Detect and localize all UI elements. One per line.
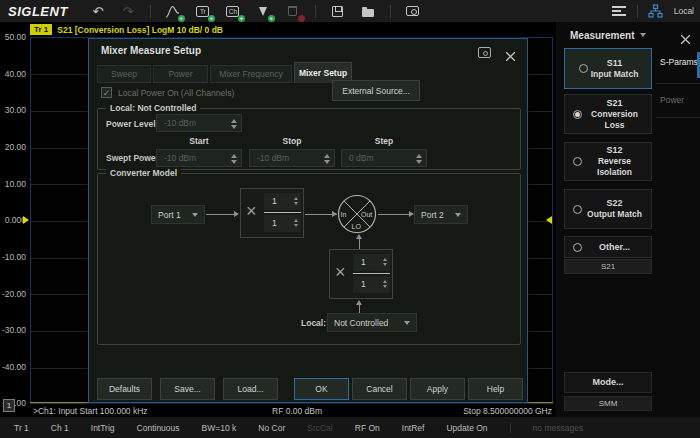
save-button[interactable] — [330, 4, 346, 19]
y-axis-tick: 10.00 — [0, 179, 26, 189]
radio-checked-icon[interactable] — [573, 110, 582, 119]
dialog-close-button[interactable] — [506, 47, 515, 65]
channel-status-bar: >Ch1: Input Start 100.000 kHz RF 0.00 dB… — [0, 403, 556, 417]
radio-icon[interactable] — [579, 64, 588, 73]
new-trace-button[interactable]: Tr + — [195, 4, 211, 19]
local-power-checkbox[interactable]: ✓ — [101, 87, 112, 98]
mixer-out-label: Out — [361, 211, 372, 218]
undo-button[interactable]: ↶ — [90, 4, 106, 19]
radio-icon[interactable] — [573, 205, 582, 214]
help-button[interactable]: Help — [468, 378, 523, 400]
new-channel-button[interactable]: Ch + — [225, 4, 241, 19]
vna-application: SIGLENT ↶ ↷ + Tr + Ch + + — [0, 0, 700, 438]
screenshot-button[interactable] — [405, 4, 421, 19]
power-level-label: Power Level — [106, 119, 156, 129]
delete-button[interactable] — [285, 4, 301, 19]
channel-selector[interactable]: Ch 1 — [51, 423, 69, 433]
mult2-numerator-input[interactable]: 1 — [353, 254, 390, 271]
capture-icon[interactable] — [478, 47, 491, 58]
rf-status[interactable]: RF On — [355, 423, 380, 433]
correction-status[interactable]: No Cor — [258, 423, 285, 433]
meas-name: Reverse Isolation — [582, 156, 647, 178]
trace-info-text[interactable]: S21 [Conversion Loss] LogM 10 dB/ 0 dB — [57, 25, 223, 35]
sidebar-close-button[interactable] — [681, 30, 690, 48]
trigger-status[interactable]: IntTrig — [91, 423, 115, 433]
network-status-button[interactable] — [648, 4, 664, 19]
reference-level-marker-right — [546, 216, 552, 224]
tab-power[interactable]: Power — [153, 65, 208, 83]
sidebar-item-s12[interactable]: S12 Reverse Isolation — [564, 142, 652, 181]
spinner-icon[interactable] — [416, 154, 422, 164]
fraction-line — [264, 212, 301, 213]
radio-icon[interactable] — [573, 157, 582, 166]
load-button[interactable]: Load... — [223, 378, 278, 400]
radio-icon[interactable] — [573, 243, 582, 252]
tab-sweep[interactable]: Sweep — [97, 65, 151, 83]
local-power-label: Local Power On (All Channels) — [118, 88, 234, 98]
chevron-down-icon — [404, 321, 410, 325]
plus-badge-icon: + — [238, 15, 245, 22]
reference-status[interactable]: IntRef — [402, 423, 425, 433]
swept-stop-input[interactable]: -10 dBm — [249, 149, 335, 167]
tab-mixer-frequency[interactable]: Mixer Frequency — [210, 65, 292, 83]
spinner-icon[interactable] — [324, 154, 330, 164]
spinner-icon[interactable] — [294, 219, 298, 227]
toolbar-separator — [315, 5, 316, 18]
mode-button[interactable]: Mode... — [564, 372, 652, 393]
save-icon — [332, 6, 343, 17]
reference-level-marker-left — [23, 216, 29, 224]
chevron-down-icon[interactable] — [640, 33, 646, 37]
spinner-icon[interactable] — [383, 280, 387, 288]
sidebar-item-other[interactable]: Other... — [564, 236, 652, 258]
add-marker-button[interactable]: + — [255, 4, 271, 19]
open-button[interactable] — [360, 4, 376, 19]
bottom-status-toolbar: Tr 1 Ch 1 IntTrig Continuous BW=10 k No … — [0, 417, 700, 438]
y-axis-tick: -40.00 — [0, 362, 26, 372]
delete-badge-icon — [298, 15, 305, 22]
swept-start-input[interactable]: -10 dBm — [156, 149, 242, 167]
window-layout-button[interactable] — [611, 4, 627, 19]
sidebar-item-s21[interactable]: S21 Conversion Loss — [564, 94, 652, 134]
dialog-title: Mixer Measure Setup — [101, 45, 201, 56]
cancel-button[interactable]: Cancel — [352, 378, 407, 400]
mult1-denominator-input[interactable]: 1 — [264, 215, 301, 232]
ok-button[interactable]: OK — [294, 378, 349, 400]
power-level-input[interactable]: -10 dBm — [156, 114, 242, 132]
meas-code: S22 — [582, 198, 647, 209]
mult2-denominator-input[interactable]: 1 — [353, 276, 390, 293]
port2-select[interactable]: Port 2 — [414, 205, 468, 224]
add-trace-button[interactable]: + — [165, 4, 181, 19]
tr-icon: Tr — [196, 6, 209, 17]
sidebar-item-s11[interactable]: S11 Input Match — [564, 48, 652, 89]
external-source-button[interactable]: External Source... — [332, 80, 420, 101]
spinner-icon[interactable] — [231, 154, 237, 164]
message-area: no messages — [533, 423, 584, 433]
chevron-down-icon — [455, 213, 461, 217]
spinner-icon[interactable] — [383, 258, 387, 266]
lo-local-select[interactable]: Not Controlled — [327, 313, 417, 332]
redo-button[interactable]: ↷ — [120, 4, 136, 19]
mult1-numerator-input[interactable]: 1 — [264, 193, 301, 210]
defaults-button[interactable]: Defaults — [97, 378, 152, 400]
tab-power[interactable]: Power — [656, 95, 700, 105]
fraction-line — [353, 273, 390, 274]
save-button[interactable]: Save... — [160, 378, 215, 400]
sidebar-item-s22[interactable]: S22 Output Match — [564, 189, 652, 229]
top-toolbar: SIGLENT ↶ ↷ + Tr + Ch + + — [0, 0, 700, 22]
connection-mode-label[interactable]: Local — [674, 6, 694, 16]
update-status[interactable]: Update On — [446, 423, 487, 433]
tab-s-params[interactable]: S-Params — [656, 57, 700, 67]
sweep-mode-status[interactable]: Continuous — [137, 423, 180, 433]
spinner-icon[interactable] — [231, 119, 237, 129]
srccal-status[interactable]: SrcCal — [307, 423, 333, 433]
trace-number-badge[interactable]: Tr 1 — [30, 24, 52, 35]
lo-local-label: Local: — [301, 318, 326, 328]
apply-button[interactable]: Apply — [410, 378, 465, 400]
multiply-icon: × — [335, 262, 346, 283]
bandwidth-status[interactable]: BW=10 k — [202, 423, 237, 433]
swept-step-input[interactable]: 0 dBm — [341, 149, 427, 167]
spinner-icon[interactable] — [294, 197, 298, 205]
trace-selector[interactable]: Tr 1 — [14, 423, 29, 433]
signal-line — [206, 214, 234, 215]
port1-select[interactable]: Port 1 — [151, 205, 205, 224]
